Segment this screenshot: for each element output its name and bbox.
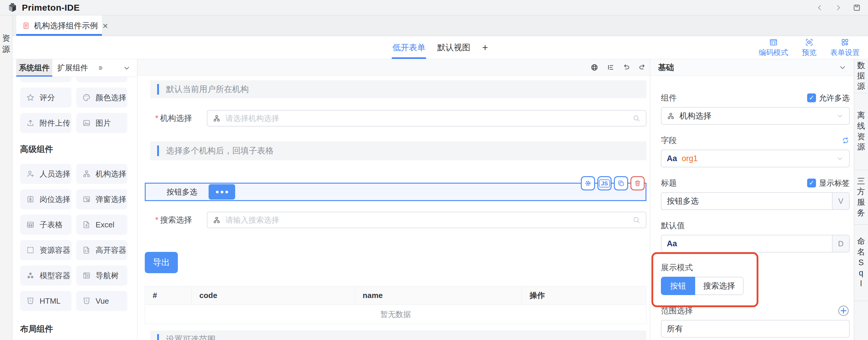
add-circle-icon[interactable] [837,305,850,317]
right-rail-tab[interactable]: 离线资源 [854,93,868,170]
org-picker-button[interactable] [209,184,235,200]
save-icon[interactable] [852,4,861,12]
top-actions: 编码模式预览表单设置 [759,38,868,57]
popup-select-icon [82,195,91,204]
view-tab[interactable]: 低开表单 [392,36,426,59]
top-bar: Primeton-IDE [0,0,868,16]
components-panel-tabs: 系统组件扩展组件 [12,59,137,77]
undo-icon[interactable] [622,63,630,72]
component-item[interactable]: 高开容器 [76,240,128,260]
checkbox-checked-icon[interactable]: ✓ [807,93,816,102]
refresh-icon[interactable] [841,136,850,145]
group-header-2: 选择多个机构后，回填子表格 [150,141,646,160]
component-item[interactable]: 评分 [20,87,71,108]
components-tab[interactable]: 系统组件 [16,59,52,77]
search-select-input[interactable]: 请输入搜索选择 [207,212,646,228]
close-tab-icon[interactable]: × [102,21,108,30]
component-item-label: 颜色选择 [96,92,126,103]
org-icon [667,112,675,120]
component-item[interactable]: 附件上传 [20,113,71,133]
components-tab[interactable]: 扩展组件 [55,59,91,77]
chevron-down-icon[interactable] [838,63,847,72]
top-action[interactable]: 编码模式 [759,38,788,57]
field-row-org-select: *机构选择 请选择机构选择 [145,110,646,126]
top-action[interactable]: 预览 [802,38,816,57]
component-item[interactable]: 5HTML [20,291,71,311]
delete-button[interactable] [630,176,645,190]
prop-row-field: 字段 [661,135,850,145]
table-header: #codename操作 [145,286,646,305]
redo-icon[interactable] [638,63,646,72]
field-select[interactable]: Aa org1 [661,150,850,167]
component-item[interactable]: 子表格 [20,215,71,235]
chevron-down-icon [836,112,844,120]
prop-row-range: 范围选择 [661,306,850,316]
component-item[interactable]: Excel [76,215,128,235]
nav-forward-icon[interactable] [834,4,842,11]
field-value: org1 [682,154,698,163]
component-item[interactable]: 颜色选择 [76,87,128,108]
org-select-input[interactable]: 请选择机构选择 [207,110,646,126]
js-script-button[interactable]: JS [597,176,612,190]
nav-back-icon[interactable] [816,4,824,11]
component-item[interactable]: 弹窗选择 [76,189,128,209]
top-action[interactable]: 表单设置 [830,38,860,57]
component-item[interactable]: 导航树 [76,265,128,286]
chevron-down-icon[interactable] [123,64,131,72]
settings-button[interactable] [581,176,595,190]
selected-component-button-multi[interactable]: 按钮多选 JS [145,183,646,201]
prop-row-title: 标题 ✓ 显示标签 [661,178,850,188]
default-suffix-button[interactable]: D [832,235,849,252]
group-title: 选择多个机构后，回填子表格 [166,145,274,157]
globe-icon[interactable] [590,63,598,72]
trash-icon [634,179,642,187]
allow-multi-checkbox[interactable]: ✓ 允许多选 [807,93,850,103]
component-item[interactable]: 图片 [76,113,128,133]
title-input[interactable]: 按钮多选 V [661,192,850,210]
component-item-clipped[interactable] [76,77,128,82]
svg-text:5: 5 [86,299,88,303]
right-rail-tab[interactable]: 三方服务 [854,170,868,225]
component-item-label: 人员选择 [39,169,70,179]
canvas-toolbar [137,59,650,76]
copy-button[interactable] [614,176,628,190]
variable-suffix-button[interactable]: V [832,193,849,209]
default-value-input[interactable]: Aa D [661,235,850,253]
display-mode-option[interactable]: 搜索选择 [695,277,744,295]
right-rail-tab[interactable]: 数据源 [854,59,868,93]
range-select[interactable]: 所有 [661,320,850,338]
properties-header[interactable]: 基础 [650,59,854,76]
document-tab[interactable]: 机构选择组件示例 × [16,16,102,36]
add-view-button[interactable]: + [482,36,488,59]
prop-row-component: 组件 ✓ 允许多选 [661,93,850,103]
right-rail-tab[interactable]: 命名Sql [854,225,868,301]
prop-label: 范围选择 [661,305,693,316]
component-item[interactable]: 机构选择 [76,164,128,184]
copy-icon [617,179,625,187]
table-icon [26,220,35,229]
component-item[interactable]: 模型容器 [20,265,71,286]
component-item-label: Vue [96,296,109,306]
field-label: *机构选择 [145,113,192,123]
properties-header-title: 基础 [658,62,674,73]
view-tab[interactable]: 默认视图 [437,36,470,59]
checkbox-checked-icon[interactable]: ✓ [807,178,816,188]
search-icon[interactable] [632,216,641,224]
outline-icon[interactable] [606,63,615,72]
search-icon[interactable] [632,114,641,122]
prop-row-default: 默认值 [661,221,850,231]
component-item-clipped[interactable] [20,77,71,82]
component-item[interactable]: 岗位选择 [20,189,71,209]
display-mode-option[interactable]: 按钮 [661,277,695,295]
export-button[interactable]: 导出 [145,252,178,273]
components-panel: 系统组件扩展组件 评分颜色选择附件上传图片高级组件人员选择机构选择岗位选择弹窗选… [12,59,137,340]
component-type-select[interactable]: 机构选择 [661,107,850,125]
component-item[interactable]: 资源容器 [20,240,71,260]
list-menu-icon[interactable] [98,65,104,71]
component-item[interactable]: 5Vue [76,291,128,311]
left-rail-tab-resources[interactable]: 资源 [2,33,10,55]
components-list: 评分颜色选择附件上传图片高级组件人员选择机构选择岗位选择弹窗选择子表格Excel… [12,77,137,340]
document-tab-label: 机构选择组件示例 [34,20,98,31]
component-item[interactable]: 人员选择 [20,164,71,184]
show-label-checkbox[interactable]: ✓ 显示标签 [807,178,850,188]
